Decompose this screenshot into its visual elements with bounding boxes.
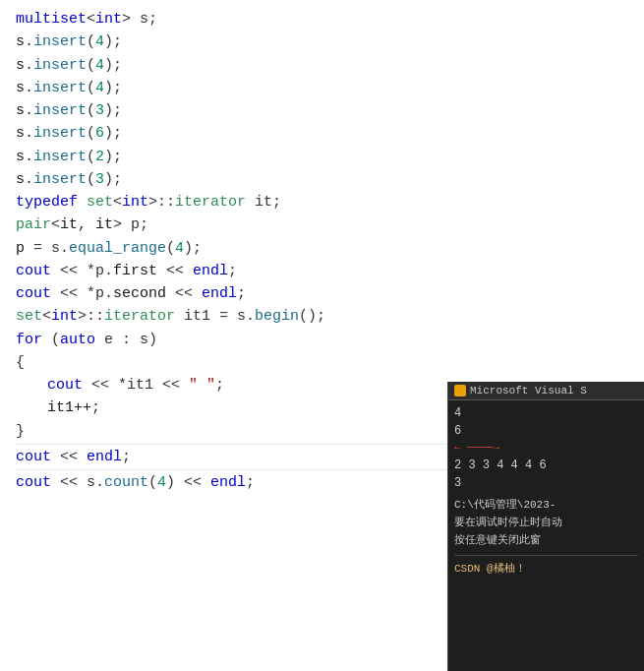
terminal-content: 4 6 ← ────→ 2 3 3 4 4 4 6 3 C:\代码管理\2023… xyxy=(448,400,644,581)
terminal-line-arrow: 6 xyxy=(454,422,638,440)
code-line-7: s.insert(2); xyxy=(16,146,628,168)
code-line-16: { xyxy=(16,351,628,374)
terminal-line-1: 4 xyxy=(454,404,638,422)
code-line-11: p = s.equal_range(4); xyxy=(16,237,628,260)
code-line-9: typedef set<int>::iterator it; xyxy=(16,191,628,214)
token: multiset xyxy=(16,8,87,30)
code-line-14: set<int>::iterator it1 = s.begin(); xyxy=(16,305,628,328)
code-line-3: s.insert(4); xyxy=(16,54,628,77)
terminal-window: Microsoft Visual S 4 6 ← ────→ 2 3 3 4 4… xyxy=(447,382,644,671)
code-line-12: cout << *p.first << endl; xyxy=(16,260,628,282)
terminal-path: C:\代码管理\2023- xyxy=(454,496,638,514)
terminal-brand-line: CSDN @橘柚！ xyxy=(454,555,638,578)
terminal-line-2: 2 3 3 4 4 4 6 xyxy=(454,457,638,474)
code-line-4: s.insert(4); xyxy=(16,77,628,99)
code-line-10: pair<it, it> p; xyxy=(16,214,628,236)
code-line-8: s.insert(3); xyxy=(16,168,628,191)
terminal-line-3: 3 xyxy=(454,474,638,492)
code-line-2: s.insert(4); xyxy=(16,30,628,53)
terminal-line-arrow2: ← ────→ xyxy=(454,440,638,457)
terminal-title: Microsoft Visual S xyxy=(470,385,587,396)
terminal-titlebar: Microsoft Visual S xyxy=(448,382,644,400)
terminal-app-icon xyxy=(454,385,466,396)
code-line-5: s.insert(3); xyxy=(16,99,628,122)
terminal-info1: 要在调试时停止时自动 xyxy=(454,514,638,531)
code-line-13: cout << *p.second << endl; xyxy=(16,282,628,305)
code-line-1: multiset<int> s; xyxy=(16,8,628,30)
terminal-info2: 按任意键关闭此窗 xyxy=(454,531,638,549)
code-line-15: for (auto e : s) xyxy=(16,329,628,351)
code-line-6: s.insert(6); xyxy=(16,122,628,145)
